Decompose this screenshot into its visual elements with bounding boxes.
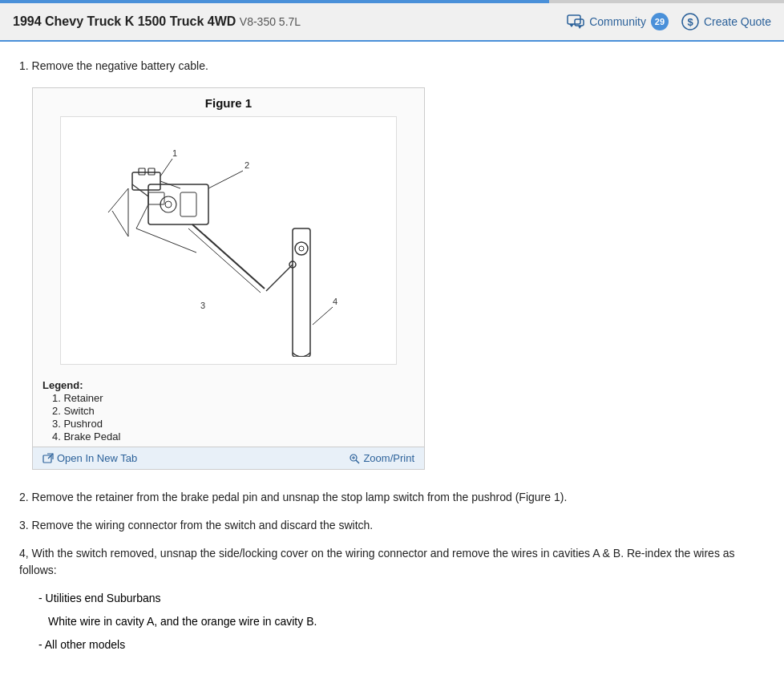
svg-line-31 [112, 211, 128, 236]
main-content: 1. Remove the negative battery cable. Fi… [0, 42, 784, 675]
figure-content: Figure 1 1 2 [33, 88, 424, 373]
svg-text:$: $ [687, 16, 693, 28]
step-1-number: 1. [19, 59, 32, 72]
svg-line-13 [208, 171, 243, 188]
svg-line-7 [160, 159, 172, 176]
open-new-tab-label: Open In New Tab [57, 452, 137, 464]
svg-line-38 [356, 460, 359, 463]
step-4-text: With the switch removed, unsnap the side… [19, 547, 735, 576]
svg-line-34 [136, 228, 196, 253]
figure-title: Figure 1 [41, 96, 416, 110]
figure-footer: Open In New Tab Zoom/Print [33, 447, 424, 469]
community-label: Community [589, 15, 646, 28]
step-4-number: 4, [19, 547, 32, 560]
svg-line-36 [48, 454, 53, 459]
step-3: 3. Remove the wiring connector from the … [19, 517, 765, 534]
sub-item-all-other-dash: - [38, 638, 45, 651]
engine-spec: V8-350 5.7L [240, 15, 301, 28]
svg-line-22 [188, 228, 261, 293]
sub-item-all-other-label: All other models [45, 638, 125, 651]
open-tab-icon [42, 453, 54, 464]
step-2-number: 2. [19, 491, 32, 503]
svg-rect-2 [575, 19, 584, 26]
svg-line-24 [313, 307, 333, 325]
legend-item-1: 1. Retainer [52, 392, 414, 404]
legend-item-3: 3. Pushrod [52, 418, 414, 430]
legend-item-2: 2. Switch [52, 405, 414, 417]
vehicle-title: 1994 Chevy Truck K 1500 Truck 4WD [13, 14, 236, 28]
svg-rect-17 [180, 192, 196, 216]
diagram-svg: 1 2 [68, 124, 389, 357]
community-icon [567, 14, 584, 29]
header-bar: 1994 Chevy Truck K 1500 Truck 4WD V8-350… [0, 3, 784, 42]
sub-text-white-wire-content: White wire in cavity A, and the orange w… [48, 615, 317, 628]
svg-marker-1 [569, 24, 574, 27]
legend-item-4: 4. Brake Pedal [52, 430, 414, 443]
legend-area: Legend: 1. Retainer 2. Switch 3. Pushrod… [33, 373, 424, 447]
sub-text-white-wire: White wire in cavity A, and the orange w… [48, 613, 765, 630]
svg-text:1: 1 [172, 148, 177, 158]
step-1: 1. Remove the negative battery cable. [19, 58, 765, 75]
zoom-print-link[interactable]: Zoom/Print [349, 452, 414, 464]
svg-text:2: 2 [244, 160, 249, 170]
sub-item-utilities: - Utilities end Suburbans [38, 590, 765, 607]
dollar-icon: $ [681, 13, 699, 30]
diagram-area: 1 2 [60, 116, 397, 365]
svg-text:4: 4 [333, 297, 337, 306]
step-1-text: Remove the negative battery cable. [32, 59, 208, 72]
svg-point-16 [165, 201, 172, 208]
sub-item-utilities-dash: - [38, 592, 46, 604]
sub-item-all-other: - All other models [38, 637, 765, 653]
svg-rect-9 [139, 168, 145, 175]
sub-item-utilities-label: Utilities end Suburbans [46, 592, 161, 604]
svg-line-21 [192, 224, 265, 289]
create-quote-button[interactable]: $ Create Quote [681, 13, 771, 30]
open-new-tab-link[interactable]: Open In New Tab [42, 452, 137, 464]
svg-rect-10 [148, 168, 155, 175]
svg-line-33 [136, 204, 148, 228]
legend-title: Legend: [42, 379, 83, 391]
step-3-number: 3. [19, 519, 32, 532]
zoom-print-label: Zoom/Print [363, 452, 414, 464]
step-3-text: Remove the wiring connector from the swi… [32, 519, 374, 532]
create-quote-label: Create Quote [704, 15, 771, 28]
svg-text:3: 3 [200, 301, 205, 310]
step-2-text: Remove the retainer from the brake pedal… [32, 491, 568, 503]
svg-point-27 [299, 246, 304, 251]
page-title: 1994 Chevy Truck K 1500 Truck 4WD V8-350… [13, 14, 301, 29]
step-2: 2. Remove the retainer from the brake pe… [19, 489, 765, 506]
svg-point-26 [295, 242, 308, 255]
svg-line-28 [266, 265, 293, 291]
svg-line-30 [108, 188, 128, 212]
step-4: 4, With the switch removed, unsnap the s… [19, 545, 765, 579]
community-button[interactable]: Community 29 [567, 13, 669, 30]
community-count: 29 [651, 13, 669, 30]
svg-marker-3 [578, 26, 582, 29]
svg-rect-18 [148, 192, 164, 204]
figure-box: Figure 1 1 2 [32, 87, 425, 470]
header-actions: Community 29 $ Create Quote [567, 13, 771, 30]
zoom-icon [349, 453, 360, 464]
